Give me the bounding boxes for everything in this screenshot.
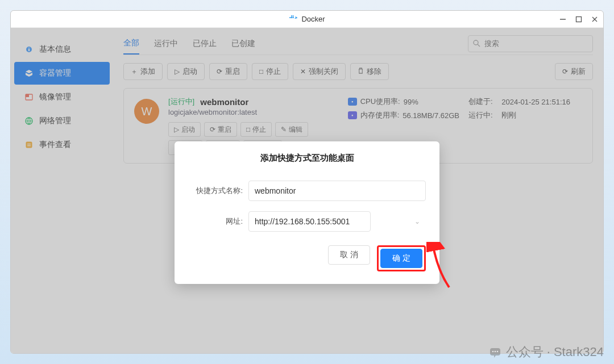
confirm-highlight: 确 定: [377, 245, 426, 271]
url-select[interactable]: [248, 211, 371, 232]
svg-rect-6: [576, 16, 582, 22]
modal-title: 添加快捷方式至功能桌面: [188, 153, 426, 164]
url-label: 网址:: [188, 216, 243, 227]
shortcut-name-input[interactable]: [248, 181, 426, 201]
add-shortcut-modal: 添加快捷方式至功能桌面 快捷方式名称: 网址: ⌄ 取 消 确 定: [175, 141, 439, 284]
minimize-button[interactable]: [559, 15, 567, 23]
svg-rect-4: [293, 15, 294, 16]
window-controls: [559, 15, 599, 23]
confirm-button[interactable]: 确 定: [380, 249, 422, 268]
svg-rect-2: [293, 17, 294, 18]
btn-label: 取 消: [340, 250, 358, 259]
modal-overlay[interactable]: 添加快捷方式至功能桌面 快捷方式名称: 网址: ⌄ 取 消 确 定: [11, 28, 603, 353]
close-button[interactable]: [591, 15, 599, 23]
maximize-button[interactable]: [575, 15, 583, 23]
chevron-down-icon: ⌄: [414, 217, 420, 225]
shortcut-name-label: 快捷方式名称:: [188, 186, 243, 196]
app-window: Docker 基本信息 容器管理: [10, 10, 604, 354]
svg-rect-0: [290, 17, 291, 18]
cancel-button[interactable]: 取 消: [328, 245, 370, 265]
modal-actions: 取 消 确 定: [188, 245, 426, 271]
docker-icon: [289, 15, 298, 23]
titlebar: Docker: [11, 11, 603, 28]
title-wrap: Docker: [289, 15, 325, 23]
btn-label: 确 定: [392, 253, 410, 262]
svg-rect-3: [291, 15, 292, 16]
window-title: Docker: [301, 15, 325, 23]
svg-rect-1: [291, 17, 292, 18]
body: 基本信息 容器管理 镜像管理 网络管理 事件查看 全部 运行中: [11, 28, 603, 353]
